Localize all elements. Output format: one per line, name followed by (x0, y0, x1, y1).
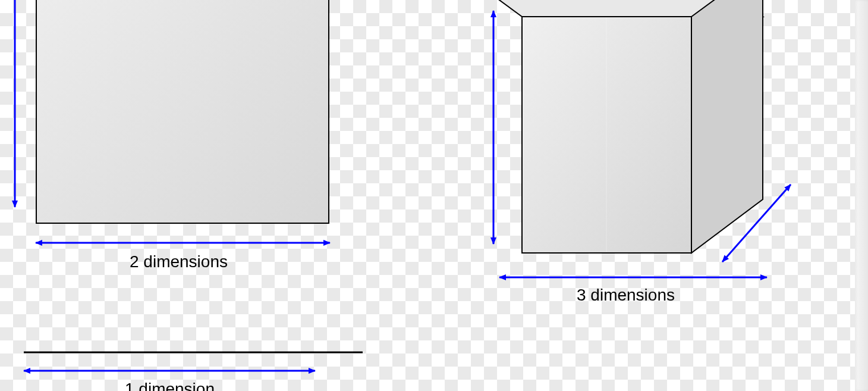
square-shape (36, 0, 329, 223)
cube-label: 3 dimensions (577, 286, 675, 305)
diagram-svg (0, 0, 868, 391)
svg-rect-0 (36, 0, 329, 223)
svg-marker-3 (691, 0, 763, 253)
diagram-canvas: { "labels": { "square": "2 dimensions", … (0, 0, 868, 391)
square-label: 2 dimensions (130, 252, 228, 271)
cube-shape (451, 0, 763, 253)
line-label: 1 dimension (125, 380, 215, 391)
